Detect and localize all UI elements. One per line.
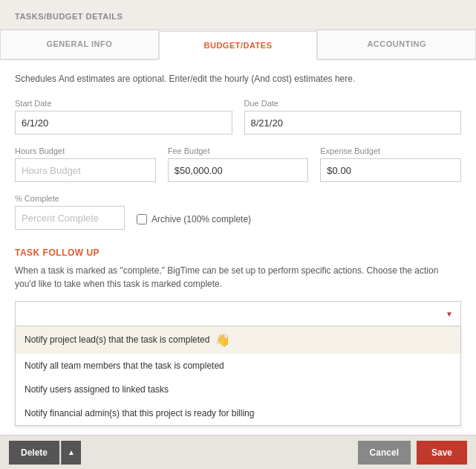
dropdown-item-notify-financial[interactable]: Notify financial admin(s) that this proj…: [16, 401, 460, 425]
footer: Delete ▲ Cancel Save: [0, 435, 476, 469]
due-date-label: Due Date: [244, 99, 462, 108]
expense-budget-input[interactable]: [320, 158, 461, 182]
date-row: Start Date Due Date: [15, 99, 461, 135]
percent-complete-group: % Complete: [15, 194, 125, 230]
percent-complete-label: % Complete: [15, 194, 125, 203]
start-date-group: Start Date: [15, 99, 232, 135]
expense-budget-label: Expense Budget: [320, 146, 461, 155]
hours-budget-label: Hours Budget: [15, 146, 156, 155]
task-follow-up-section: TASK FOLLOW UP When a task is marked as …: [15, 248, 461, 326]
start-date-input[interactable]: [15, 111, 232, 135]
fee-budget-group: Fee Budget: [168, 146, 309, 182]
dropdown-arrow-icon: ▼: [446, 310, 453, 318]
delete-button[interactable]: Delete: [9, 441, 59, 465]
budget-row: Hours Budget Fee Budget Expense Budget: [15, 146, 461, 182]
page-title: TASKS/BUDGET DETAILS: [15, 12, 123, 21]
tab-budget-dates[interactable]: BUDGET/DATES: [159, 31, 318, 60]
page-container: TASKS/BUDGET DETAILS GENERAL INFO BUDGET…: [0, 0, 476, 469]
expense-budget-group: Expense Budget: [320, 146, 461, 182]
fee-budget-input[interactable]: [168, 158, 309, 182]
footer-right: Cancel Save: [358, 441, 467, 465]
dropdown-item-notify-lead[interactable]: Notify project lead(s) that the task is …: [16, 326, 460, 354]
dropdown-item-notify-team[interactable]: Notify all team members that the task is…: [16, 354, 460, 378]
fee-budget-label: Fee Budget: [168, 146, 309, 155]
save-button[interactable]: Save: [417, 441, 467, 465]
hours-budget-group: Hours Budget: [15, 146, 156, 182]
cancel-button[interactable]: Cancel: [358, 441, 411, 465]
archive-label: Archive (100% complete): [151, 214, 251, 224]
section-title: TASK FOLLOW UP: [15, 248, 461, 258]
archive-group: Archive (100% complete): [137, 214, 251, 230]
tab-accounting[interactable]: ACCOUNTING: [317, 30, 476, 59]
footer-left: Delete ▲: [9, 441, 81, 465]
dropdown-trigger[interactable]: ▼: [15, 301, 461, 326]
percent-complete-input[interactable]: [15, 206, 125, 230]
archive-checkbox[interactable]: [137, 214, 147, 224]
follow-up-dropdown: ▼ Notify project lead(s) that the task i…: [15, 301, 461, 326]
tab-general-info[interactable]: GENERAL INFO: [0, 30, 159, 59]
due-date-group: Due Date: [244, 99, 462, 135]
section-description: When a task is marked as "complete," Big…: [15, 264, 461, 291]
page-header: TASKS/BUDGET DETAILS: [0, 0, 476, 30]
hours-budget-input[interactable]: [15, 158, 156, 182]
start-date-label: Start Date: [15, 99, 232, 108]
info-text: Schedules And estimates are optional. En…: [15, 72, 461, 85]
percent-row: % Complete Archive (100% complete): [15, 194, 461, 230]
tabs-bar: GENERAL INFO BUDGET/DATES ACCOUNTING: [0, 30, 476, 60]
cursor-icon: 👋: [215, 333, 230, 347]
due-date-input[interactable]: [244, 111, 462, 135]
dropdown-menu: Notify project lead(s) that the task is …: [15, 326, 461, 426]
main-content: Schedules And estimates are optional. En…: [0, 60, 476, 435]
dropdown-item-notify-linked[interactable]: Notify users assigned to linked tasks: [16, 378, 460, 401]
delete-dropdown-button[interactable]: ▲: [61, 441, 81, 465]
